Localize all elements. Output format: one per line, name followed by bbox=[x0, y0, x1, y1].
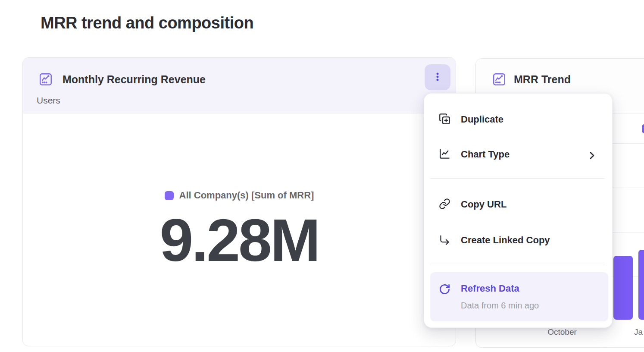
menu-divider bbox=[430, 178, 605, 179]
duplicate-icon bbox=[439, 113, 450, 126]
menu-item-refresh-data[interactable]: Refresh Data Data from 6 min ago bbox=[430, 272, 608, 321]
menu-item-label: Chart Type bbox=[461, 149, 510, 160]
kebab-menu-icon bbox=[432, 71, 443, 84]
chevron-right-icon bbox=[586, 150, 596, 159]
chart-widget-icon bbox=[492, 72, 506, 87]
trend-card-title: MRR Trend bbox=[514, 72, 571, 87]
link-icon bbox=[439, 198, 450, 211]
linked-copy-icon bbox=[439, 234, 450, 247]
trend-legend-swatch bbox=[642, 124, 644, 133]
mrr-card-title: Monthly Recurring Revenue bbox=[63, 72, 206, 87]
big-number-value: 9.28M bbox=[23, 205, 456, 275]
menu-item-label: Create Linked Copy bbox=[461, 235, 550, 246]
mrr-card: Monthly Recurring Revenue Users All Comp… bbox=[22, 57, 456, 346]
menu-item-copy-url[interactable]: Copy URL bbox=[424, 192, 612, 217]
menu-divider bbox=[430, 265, 605, 265]
chart-type-icon bbox=[439, 148, 450, 161]
x-axis-label-ja: Ja bbox=[634, 327, 643, 337]
mrr-card-header: Monthly Recurring Revenue Users bbox=[23, 58, 456, 113]
legend-swatch bbox=[165, 191, 174, 200]
refresh-status-text: Data from 6 min ago bbox=[461, 301, 539, 311]
mrr-card-subtitle: Users bbox=[37, 94, 60, 107]
menu-item-create-linked-copy[interactable]: Create Linked Copy bbox=[424, 227, 612, 253]
chart-widget-icon bbox=[38, 72, 53, 87]
legend-label: All Company(s) [Sum of MRR] bbox=[179, 190, 314, 201]
big-number-legend: All Company(s) [Sum of MRR] bbox=[23, 190, 456, 201]
menu-item-label: Duplicate bbox=[461, 114, 503, 125]
card-options-button[interactable] bbox=[425, 64, 450, 90]
dashboard-page: { "page": { "title": "MRR trend and comp… bbox=[0, 0, 644, 352]
menu-item-duplicate[interactable]: Duplicate bbox=[424, 107, 612, 132]
bar-2[interactable] bbox=[638, 250, 644, 320]
menu-item-label: Copy URL bbox=[461, 199, 506, 210]
card-options-menu: Duplicate Chart Type Copy URL bbox=[424, 93, 613, 328]
x-axis-label-october: October bbox=[536, 327, 588, 337]
menu-item-chart-type[interactable]: Chart Type bbox=[424, 141, 612, 167]
menu-item-label: Refresh Data bbox=[461, 283, 519, 294]
page-title: MRR trend and composition bbox=[41, 14, 253, 32]
bar-1[interactable] bbox=[613, 256, 633, 320]
